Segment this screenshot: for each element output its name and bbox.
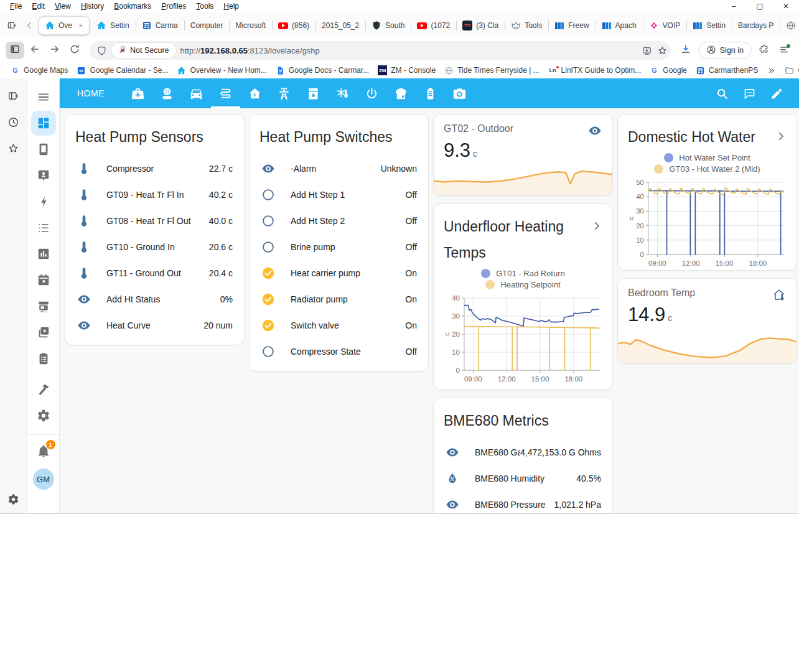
back-button[interactable]: [26, 42, 44, 59]
sidebar-item-video-library[interactable]: [31, 320, 56, 345]
ha-tab-power[interactable]: [357, 78, 386, 108]
forward-button[interactable]: [45, 42, 64, 59]
bookmarks-overflow-button[interactable]: [762, 63, 780, 77]
sign-in-button[interactable]: Sign in: [698, 42, 752, 59]
entity-row[interactable]: Radiator pumpOn: [250, 286, 428, 312]
sidebar-item-device-tablet[interactable]: [31, 137, 56, 162]
tab-home[interactable]: HOME: [77, 88, 105, 98]
thermometer-icon[interactable]: [77, 213, 91, 228]
browser-tab[interactable]: [780, 16, 799, 35]
bookmark-item[interactable]: LnLinITX Guide to Optim...: [544, 63, 646, 77]
entity-row[interactable]: Switch valveOn: [250, 312, 428, 338]
circle-off-icon[interactable]: [261, 240, 276, 254]
thermometer-icon[interactable]: [77, 187, 91, 202]
ha-tab-bread[interactable]: [386, 78, 416, 108]
bookmark-item[interactable]: ZMZM - Console: [373, 63, 440, 77]
card-gt02-outdoor[interactable]: GT02 - Outdoor 9.3c: [433, 114, 613, 196]
sidebar-item-lightning-bolt[interactable]: [31, 189, 56, 214]
strip-vertical-tabs-button[interactable]: [5, 87, 22, 105]
circle-off-icon[interactable]: [261, 344, 276, 359]
sidebar-item-chart-box[interactable]: [31, 241, 56, 266]
browser-tab[interactable]: Microsoft: [230, 16, 271, 35]
ha-tab-transmission-tower[interactable]: [269, 78, 299, 108]
ha-tab-battery-lines[interactable]: [416, 78, 445, 108]
browser-tab[interactable]: 2015_05_2: [316, 16, 365, 35]
browser-tab[interactable]: (1072: [411, 16, 456, 35]
entity-row[interactable]: GT11 - Ground Out20.4 c: [65, 260, 244, 286]
entity-row[interactable]: Add Ht Step 2Off: [250, 208, 428, 234]
minimize-button[interactable]: –: [721, 0, 747, 12]
bookmark-item[interactable]: GGoogle: [645, 63, 691, 77]
tab-scroll-left-button[interactable]: [21, 17, 37, 34]
bookmark-star-icon[interactable]: [657, 45, 668, 56]
circle-off-icon[interactable]: [261, 187, 276, 202]
menu-help[interactable]: Help: [218, 2, 244, 11]
tab-close-button[interactable]: [76, 21, 86, 30]
menu-view[interactable]: View: [50, 2, 76, 11]
menu-file[interactable]: File: [5, 2, 27, 11]
ha-tab-radiator[interactable]: [211, 78, 240, 108]
sidebar-item-todo-list[interactable]: [31, 215, 56, 240]
browser-tab[interactable]: Ove: [39, 16, 90, 35]
chevron-right-icon[interactable]: [590, 219, 604, 233]
sidebar-item-hammer[interactable]: [31, 377, 56, 402]
reload-button[interactable]: [65, 42, 84, 59]
entity-row[interactable]: GT08 - Heat Tr Fl Out40.0 c: [65, 208, 244, 234]
ha-tab-dishwasher[interactable]: [299, 78, 328, 108]
browser-tab[interactable]: Barclays P: [732, 16, 779, 35]
browser-tab[interactable]: Settin: [687, 16, 731, 35]
ha-tab-home-lightning[interactable]: [240, 78, 269, 108]
browser-menu-button[interactable]: [775, 42, 793, 59]
thermometer-icon[interactable]: [77, 240, 91, 254]
entity-row[interactable]: Add Ht Step 1Off: [250, 182, 428, 208]
menu-history[interactable]: History: [76, 2, 109, 11]
chat-button[interactable]: [736, 78, 763, 108]
menu-profiles[interactable]: Profiles: [156, 2, 191, 11]
ha-tab-car[interactable]: [182, 78, 211, 108]
entity-row[interactable]: GT09 - Heat Tr Fl In40.2 c: [65, 182, 244, 208]
search-button[interactable]: [708, 78, 736, 108]
entity-row[interactable]: BME680 Pressure1,021.2 hPa: [434, 492, 612, 514]
extensions-button[interactable]: [755, 42, 773, 59]
shield-icon[interactable]: [96, 45, 107, 56]
browser-tab[interactable]: Apach: [596, 16, 642, 35]
sidebar-item-cog[interactable]: [31, 403, 56, 428]
sidebar-item-hacs[interactable]: HACS: [31, 294, 56, 319]
menu-bookmarks[interactable]: Bookmarks: [109, 2, 156, 11]
browser-tab[interactable]: VOIP: [643, 16, 686, 35]
close-button[interactable]: ✕: [773, 0, 799, 12]
pencil-button[interactable]: [763, 78, 790, 108]
strip-gear-outline-button[interactable]: [5, 490, 22, 508]
menu-edit[interactable]: Edit: [27, 2, 50, 11]
legend-entry[interactable]: GT03 - Hot Water 2 (Mid): [654, 164, 760, 174]
eye-icon[interactable]: [445, 445, 460, 460]
legend-entry[interactable]: Heating Setpoint: [485, 280, 560, 289]
avatar[interactable]: GM: [33, 469, 54, 490]
eye-icon[interactable]: [77, 292, 91, 307]
ha-tab-medical-bag[interactable]: [123, 78, 152, 108]
entity-row[interactable]: Compressor22.7 c: [65, 156, 244, 182]
entity-row[interactable]: Heat Curve20 num: [65, 312, 244, 338]
browser-tab[interactable]: (856): [273, 16, 315, 35]
thermometer-icon[interactable]: [77, 266, 91, 281]
ha-tab-robot-vacuum[interactable]: [152, 78, 182, 108]
browser-tab[interactable]: TFF(3) Cla: [457, 16, 504, 35]
bookmark-item[interactable]: GGoogle Maps: [6, 63, 72, 77]
sidebar-toggle-button[interactable]: [6, 42, 24, 59]
entity-row[interactable]: Heat carrier pumpOn: [250, 260, 428, 286]
entity-row[interactable]: BME680 Gas4,472,153.0 G Ohms: [434, 439, 612, 465]
bookmark-item[interactable]: 31Google Calendar - Se...: [72, 63, 172, 77]
eye-icon[interactable]: [77, 318, 91, 333]
downloads-button[interactable]: [676, 42, 695, 59]
save-page-icon[interactable]: [642, 45, 653, 56]
browser-tab[interactable]: Tools: [505, 16, 548, 35]
legend-entry[interactable]: Hot Water Set Point: [664, 153, 750, 162]
bookmark-item[interactable]: CarmarthenPS: [691, 63, 762, 77]
strip-bookmark-star-button[interactable]: [5, 139, 22, 157]
browser-tab[interactable]: Settin: [91, 16, 135, 35]
sidebar-menu-button[interactable]: [31, 85, 56, 110]
bookmark-item[interactable]: Google Docs - Carmar...: [271, 63, 373, 77]
entity-row[interactable]: BME680 Humidity40.5%: [434, 465, 612, 492]
chevron-right-icon[interactable]: [774, 129, 788, 143]
strip-history-clock-button[interactable]: [5, 113, 22, 131]
